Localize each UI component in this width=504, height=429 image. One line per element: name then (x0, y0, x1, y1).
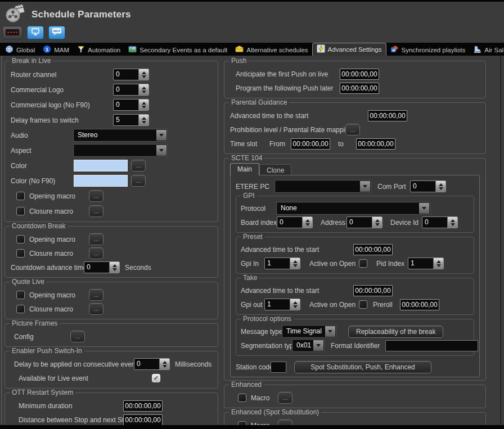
spot-substitution-button[interactable]: Spot Substitution, Push, Enhanced (294, 361, 431, 373)
commercial-logo-no-f90-spinner[interactable]: 0 (113, 99, 149, 111)
preroll-input[interactable] (400, 299, 439, 310)
board-index-spinner[interactable]: 0 (277, 216, 313, 228)
tab-secondary-events[interactable]: Secondary Events as a default (124, 44, 231, 56)
up-down-arrows-icon[interactable] (290, 299, 300, 310)
picture-icon (128, 45, 137, 55)
up-down-arrows-icon[interactable] (138, 84, 148, 95)
spinner-value: 5 (114, 115, 138, 125)
up-down-arrows-icon[interactable] (290, 258, 300, 269)
up-down-arrows-icon[interactable] (138, 69, 148, 80)
etere-pc-dropdown[interactable] (275, 180, 371, 192)
chevron-down-icon[interactable] (419, 203, 429, 214)
help-button[interactable]: HELP (48, 26, 65, 39)
opening-macro-checkbox[interactable] (16, 192, 25, 200)
take-active-on-open-checkbox[interactable] (359, 300, 367, 309)
address-spinner[interactable]: 0 (346, 216, 382, 228)
up-down-arrows-icon[interactable] (159, 359, 169, 369)
countdown-opening-macro-checkbox[interactable] (16, 235, 25, 243)
quote-closure-macro-checkbox[interactable] (16, 305, 25, 313)
take-advanced-time-label: Advanced time to the start (241, 287, 353, 295)
chevron-down-icon[interactable] (156, 130, 166, 141)
up-down-arrows-icon[interactable] (433, 258, 443, 269)
tab-advanced-settings[interactable]: Advanced Settings (312, 43, 386, 56)
message-type-label: Message type (241, 328, 282, 336)
color-no-f90-swatch[interactable] (74, 175, 128, 187)
preset-advanced-time-input[interactable] (353, 244, 393, 255)
enabler-delay-spinner[interactable]: 0 (134, 358, 170, 370)
commercial-logo-spinner[interactable]: 0 (113, 84, 149, 96)
take-advanced-time-input[interactable] (353, 285, 393, 296)
countdown-closure-macro-browse-button[interactable]: ... (89, 247, 104, 259)
scte104-tab-main[interactable]: Main (230, 163, 259, 175)
gpi-out-spinner[interactable]: 1 (264, 299, 300, 310)
quote-opening-macro-checkbox[interactable] (16, 291, 25, 299)
scte104-tab-clone[interactable]: Clone (259, 164, 291, 175)
aspect-dropdown[interactable] (74, 144, 167, 156)
chevron-down-icon[interactable] (156, 145, 166, 156)
countdown-advance-time-spinner[interactable]: 0 (84, 261, 120, 273)
opening-macro-browse-button[interactable]: ... (89, 190, 104, 202)
prohibition-level-button[interactable]: ... (345, 124, 360, 136)
segmentation-type-dropdown[interactable]: 0x01 (292, 340, 324, 351)
format-identifier-input[interactable] (385, 340, 478, 351)
up-down-arrows-icon[interactable] (447, 217, 457, 228)
delay-frames-spinner[interactable]: 5 (113, 114, 149, 126)
scte104-main-panel: ETERE PC Com Port 0 GPI (230, 175, 480, 377)
scte104-tab-bar: Main Clone (230, 163, 480, 175)
monitor-button[interactable] (27, 26, 44, 39)
countdown-opening-macro-browse-button[interactable]: ... (89, 233, 104, 245)
countdown-closure-macro-checkbox[interactable] (16, 249, 25, 258)
tab-label: Synchronized playlists (402, 47, 466, 53)
tab-global[interactable]: Global (1, 44, 39, 56)
tab-alternative-schedules[interactable]: Alternative schedules (231, 44, 312, 56)
gpi-protocol-dropdown[interactable]: None (277, 202, 430, 214)
film-strip-button[interactable] (2, 26, 22, 39)
gpi-in-spinner[interactable]: 1 (264, 258, 300, 269)
closure-macro-browse-button[interactable]: ... (89, 205, 104, 217)
up-down-arrows-icon[interactable] (372, 217, 382, 228)
tab-air-sales[interactable]: Air Sales (469, 44, 504, 56)
color-browse-button[interactable]: ... (131, 160, 146, 171)
closure-macro-checkbox[interactable] (16, 207, 25, 215)
parental-advanced-time-input[interactable] (368, 110, 407, 121)
tab-mam[interactable]: 1 MAM (39, 44, 73, 56)
color-no-f90-browse-button[interactable]: ... (131, 175, 146, 187)
anticipate-push-input[interactable] (340, 69, 379, 80)
quote-opening-macro-browse-button[interactable]: ... (89, 289, 104, 301)
picture-frames-config-button[interactable]: ... (70, 331, 85, 342)
device-id-spinner[interactable]: 0 (422, 216, 458, 228)
router-channel-spinner[interactable]: 0 (113, 69, 149, 80)
stop-start-distance-input[interactable] (123, 414, 163, 426)
preset-active-on-open-checkbox[interactable] (359, 259, 367, 268)
station-code-input[interactable] (271, 362, 286, 373)
help-label: HELP (53, 30, 60, 33)
available-live-event-checkbox[interactable] (152, 374, 160, 382)
enhanced-macro-checkbox[interactable] (238, 394, 246, 402)
up-down-arrows-icon[interactable] (138, 100, 148, 110)
audio-dropdown[interactable]: Stereo (74, 129, 167, 141)
time-slot-to-input[interactable] (356, 138, 395, 150)
chevron-down-icon[interactable] (360, 181, 370, 192)
minimum-duration-input[interactable] (123, 400, 163, 412)
chevron-down-icon[interactable] (325, 326, 335, 337)
up-down-arrows-icon[interactable] (138, 115, 148, 125)
up-down-arrows-icon[interactable] (302, 217, 312, 228)
color-swatch[interactable] (74, 160, 128, 171)
quote-closure-macro-browse-button[interactable]: ... (89, 303, 104, 315)
tab-automation[interactable]: Automation (73, 44, 124, 56)
time-slot-from-input[interactable] (291, 138, 330, 150)
pid-index-spinner[interactable]: 1 (408, 258, 444, 269)
chevron-down-icon[interactable] (313, 340, 323, 351)
dropdown-value (276, 181, 360, 192)
message-type-dropdown[interactable]: Time Signal (282, 326, 336, 337)
parental-advanced-time-label: Advanced time to the start (230, 112, 368, 120)
time-slot-to-label: to (338, 140, 344, 148)
enhanced-macro-browse-button[interactable]: ... (278, 392, 292, 404)
replaceability-button[interactable]: Replaceability of the break (348, 326, 443, 338)
program-push-later-input[interactable] (340, 83, 379, 94)
gpi-in-label: Gpi In (241, 260, 264, 268)
com-port-spinner[interactable]: 0 (410, 180, 446, 192)
tab-synchronized-playlists[interactable]: Synchronized playlists (386, 44, 470, 56)
up-down-arrows-icon[interactable] (435, 181, 446, 192)
up-down-arrows-icon[interactable] (109, 262, 119, 273)
